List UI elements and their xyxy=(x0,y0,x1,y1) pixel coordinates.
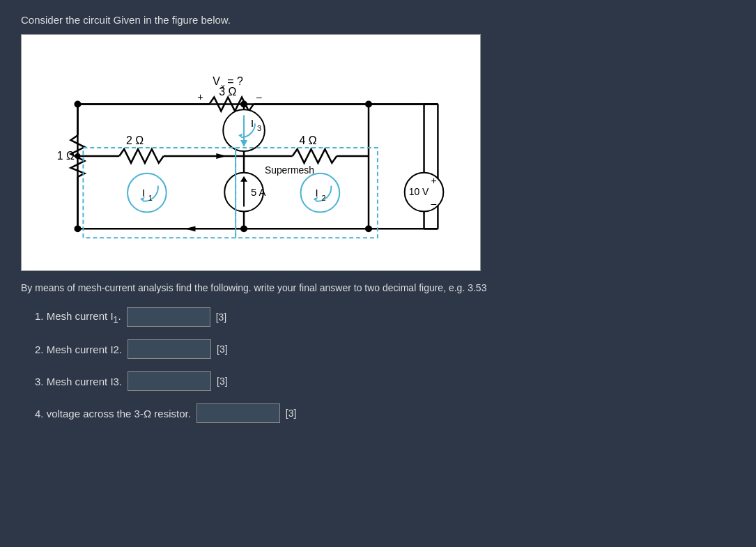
question-row-4: 4. voltage across the 3-Ω resistor. [3] xyxy=(35,403,735,423)
svg-point-13 xyxy=(240,225,247,232)
svg-text:I: I xyxy=(142,187,145,199)
svg-text:2: 2 xyxy=(321,194,325,202)
svg-text:2 Ω: 2 Ω xyxy=(126,134,144,146)
svg-point-10 xyxy=(75,225,82,232)
question-row-1: 1. Mesh current I1. [3] xyxy=(35,307,735,327)
question-row-2: 2. Mesh current I2. [3] xyxy=(35,339,735,359)
svg-text:+: + xyxy=(431,175,436,186)
svg-text:3: 3 xyxy=(257,124,261,132)
question-2-input[interactable] xyxy=(128,339,211,359)
svg-text:+: + xyxy=(197,91,203,102)
question-4-input[interactable] xyxy=(196,403,280,423)
svg-text:I: I xyxy=(251,118,254,129)
question-2-points: [3] xyxy=(217,344,228,355)
question-2-label: 2. Mesh current I2. xyxy=(35,344,122,355)
svg-text:I: I xyxy=(315,187,318,199)
question-3-label: 3. Mesh current I3. xyxy=(35,376,122,387)
svg-text:4 Ω: 4 Ω xyxy=(300,134,317,146)
svg-text:= ?: = ? xyxy=(227,75,243,87)
question-3-points: [3] xyxy=(217,376,228,387)
svg-text:5 A: 5 A xyxy=(251,187,266,198)
svg-text:10 V: 10 V xyxy=(409,186,429,197)
problem-title: Consider the circuit Given in the figure… xyxy=(21,14,735,26)
main-container: Consider the circuit Given in the figure… xyxy=(21,14,735,423)
svg-rect-0 xyxy=(22,35,479,270)
svg-text:V: V xyxy=(213,75,220,87)
question-4-label: 4. voltage across the 3-Ω resistor. xyxy=(35,408,191,419)
svg-text:1 Ω: 1 Ω xyxy=(57,150,75,162)
question-1-points: [3] xyxy=(216,311,227,323)
svg-text:3 Ω: 3 Ω xyxy=(219,86,236,98)
instructions: By means of mesh-current analysis find t… xyxy=(21,282,735,293)
question-1-input[interactable] xyxy=(127,307,210,327)
question-4-points: [3] xyxy=(286,408,297,419)
question-1-label: 1. Mesh current I1. xyxy=(35,310,121,325)
svg-text:–: – xyxy=(431,198,436,209)
svg-text:–: – xyxy=(256,91,262,102)
questions-container: 1. Mesh current I1. [3] 2. Mesh current … xyxy=(35,307,735,423)
question-row-3: 3. Mesh current I3. [3] xyxy=(35,371,735,391)
circuit-diagram: 1 Ω 2 Ω xyxy=(21,34,481,271)
question-3-input[interactable] xyxy=(128,371,211,391)
svg-text:1: 1 xyxy=(148,194,153,202)
svg-text:Supermesh: Supermesh xyxy=(265,164,314,176)
